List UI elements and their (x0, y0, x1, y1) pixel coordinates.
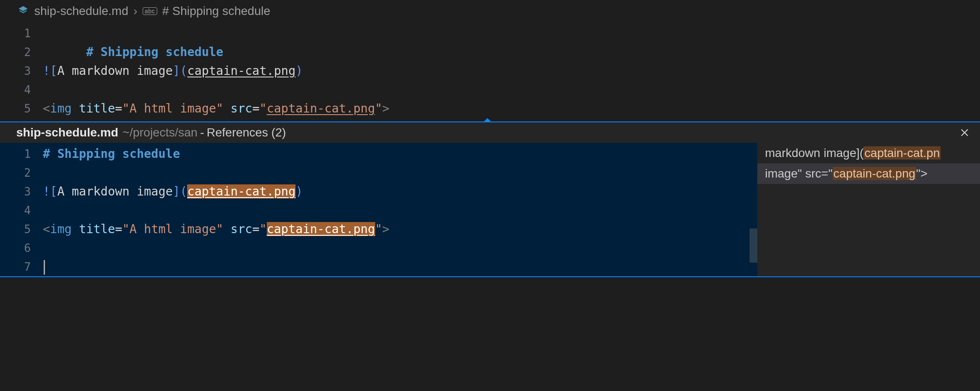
line-number: 3 (0, 62, 43, 80)
references-dash: - (200, 126, 204, 139)
references-list: markdown image](captain-cat.pn image" sr… (757, 143, 980, 276)
html-tag-name: img (50, 222, 72, 236)
html-eq: = (115, 222, 122, 236)
html-attr-src: src (223, 222, 252, 236)
html-open-bracket: < (43, 222, 50, 236)
md-image-alt: A markdown image (57, 64, 173, 78)
references-panel: ship-schedule.md ~/projects/san - Refere… (0, 121, 980, 277)
reference-list-item[interactable]: image" src="captain-cat.png"> (757, 163, 980, 184)
html-close-bracket: > (382, 222, 389, 236)
md-image-alt: A markdown image (57, 184, 173, 198)
html-tag-name: img (50, 101, 72, 116)
ref-row-match: captain-cat.png (833, 167, 916, 180)
references-editor[interactable]: 1 # Shipping schedule 2 3 ![A markdown i… (0, 143, 757, 276)
html-open-bracket: < (43, 101, 50, 116)
line-number: 1 (0, 145, 43, 163)
html-attr-src: src (223, 101, 252, 116)
peek-arrow-icon (483, 118, 492, 122)
html-eq: = (252, 101, 260, 116)
chevron-right-icon: › (133, 4, 137, 18)
md-image-bang: ![ (43, 184, 57, 198)
references-filename[interactable]: ship-schedule.md (16, 126, 118, 139)
ref-row-pre: markdown image]( (765, 146, 863, 160)
line-number: 7 (0, 258, 43, 276)
editor-main[interactable]: 1 # Shipping schedule 2 3 ![A markdown i… (0, 24, 980, 118)
md-heading-text: Shipping schedule (93, 45, 223, 59)
reference-list-item[interactable]: markdown image](captain-cat.pn (757, 143, 980, 163)
html-attr-title: title (72, 101, 115, 116)
ref-row-match: captain-cat.pn (863, 146, 941, 160)
md-image-url[interactable]: captain-cat.png (187, 64, 296, 78)
html-src-close: " (375, 101, 382, 116)
html-title-val: A html image (129, 222, 216, 236)
breadcrumb-filename[interactable]: ship-schedule.md (34, 4, 128, 18)
html-title-close: " (216, 101, 224, 116)
reference-match[interactable]: captain-cat.png (267, 222, 375, 236)
reference-match[interactable]: captain-cat.png (187, 184, 296, 198)
line-number: 3 (0, 182, 43, 201)
scrollbar-thumb[interactable] (750, 228, 757, 263)
md-image-bang: ![ (43, 64, 57, 78)
html-eq: = (252, 222, 260, 236)
line-number: 4 (0, 201, 43, 220)
html-src-open: " (260, 222, 267, 236)
html-title-close: " (216, 222, 224, 236)
md-image-end: ) (296, 184, 303, 198)
ref-row-post: "> (916, 167, 927, 180)
breadcrumb-symbol[interactable]: # Shipping schedule (162, 4, 270, 18)
line-number: 4 (0, 80, 43, 99)
md-heading-text: Shipping schedule (50, 147, 180, 161)
references-header: ship-schedule.md ~/projects/san - Refere… (0, 122, 980, 143)
close-icon[interactable] (958, 126, 971, 139)
html-title-val: A html image (129, 101, 216, 116)
html-title-open: " (122, 101, 129, 116)
line-number: 6 (0, 239, 43, 258)
html-attr-title: title (72, 222, 115, 236)
line-number: 5 (0, 220, 43, 239)
md-image-end: ) (296, 64, 303, 78)
html-src-close: " (375, 222, 382, 236)
line-number: 2 (0, 43, 43, 62)
line-number: 1 (0, 24, 43, 43)
breadcrumb: ship-schedule.md › abc # Shipping schedu… (0, 0, 980, 24)
references-path: ~/projects/san (122, 126, 197, 139)
html-close-bracket: > (382, 101, 389, 116)
html-src-val[interactable]: captain-cat.png (267, 101, 375, 116)
references-title: References (2) (206, 126, 286, 139)
html-eq: = (115, 101, 122, 116)
md-image-mid: ]( (173, 64, 187, 78)
html-src-open: " (260, 101, 267, 116)
ref-row-pre: image" src=" (765, 167, 833, 180)
text-cursor (44, 260, 45, 275)
line-number: 5 (0, 99, 43, 118)
markdown-file-icon (17, 5, 29, 17)
md-heading-marker: # (86, 45, 93, 59)
line-number: 2 (0, 163, 43, 182)
html-title-open: " (122, 222, 129, 236)
md-image-mid: ]( (173, 184, 187, 198)
symbol-string-icon: abc (143, 7, 157, 15)
md-heading-marker: # (43, 147, 50, 161)
